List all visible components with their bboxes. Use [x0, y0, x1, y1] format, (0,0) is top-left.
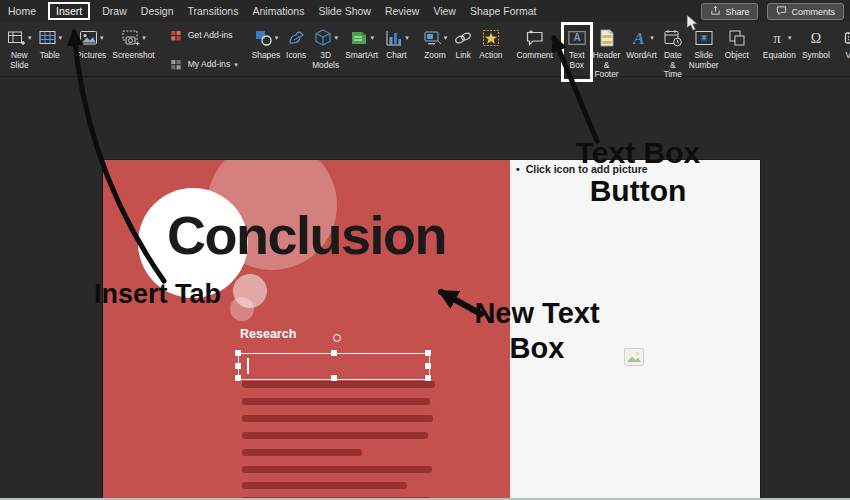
tab-slide-show[interactable]: Slide Show [318, 5, 371, 17]
ribbon-button-text-box[interactable]: AText Box [564, 24, 590, 71]
placeholder-text-line [242, 381, 435, 388]
ribbon-button-equation[interactable]: π▾Equation [760, 24, 799, 62]
chevron-down-icon: ▾ [275, 34, 279, 41]
chevron-down-icon: ▾ [788, 34, 792, 41]
header-footer-icon [597, 28, 617, 48]
3d-models-icon [313, 28, 333, 48]
placeholder-text-line [242, 466, 432, 473]
ribbon-button-label: Object [725, 51, 749, 61]
slide-canvas[interactable]: Conclusion Research [103, 160, 760, 500]
ribbon-button-my-add-ins[interactable]: My Add-ins▾ [169, 52, 238, 77]
ribbon-button-wordart[interactable]: A▾WordArt [623, 24, 660, 62]
ribbon-button-label: Video [845, 51, 850, 61]
tab-animations[interactable]: Animations [252, 5, 304, 17]
ribbon-button-video[interactable]: ▾Video [841, 24, 850, 62]
comments-button[interactable]: Comments [767, 3, 844, 20]
chevron-down-icon: ▾ [650, 34, 654, 41]
text-box-icon: A [567, 28, 587, 48]
ribbon-button-label: Zoom [424, 51, 445, 61]
ribbon-button-symbol[interactable]: ΩSymbol [799, 24, 833, 62]
ribbon-button-new-slide[interactable]: ▾New Slide [4, 24, 35, 71]
selection-handle[interactable] [235, 375, 241, 381]
slide-title[interactable]: Conclusion [167, 208, 446, 262]
new-slide-icon [7, 28, 27, 48]
ribbon-group: ▾Pictures▾Screenshot [72, 24, 159, 76]
ribbon-button-table[interactable]: ▾Table [35, 24, 66, 62]
placeholder-text-line [242, 432, 428, 439]
chevron-down-icon: ▾ [142, 34, 146, 41]
share-button[interactable]: Share [701, 3, 758, 20]
chevron-down-icon: ▾ [59, 34, 63, 41]
action-icon [481, 28, 501, 48]
ribbon-button-label: 3D Models [312, 51, 339, 70]
powerpoint-window: HomeInsertDrawDesignTransitionsAnimation… [0, 0, 850, 500]
tab-transitions[interactable]: Transitions [187, 5, 238, 17]
ribbon-button-pictures[interactable]: ▾Pictures [73, 24, 109, 62]
chevron-down-icon: ▾ [405, 34, 409, 41]
screenshot-icon [121, 28, 141, 48]
ribbon-button-link[interactable]: Link [450, 24, 476, 62]
svg-text:Ω: Ω [811, 31, 821, 46]
new-text-box[interactable] [238, 353, 430, 380]
hint-bullet: • [516, 163, 520, 175]
tab-home[interactable]: Home [8, 5, 36, 17]
selection-handle[interactable] [425, 350, 431, 356]
ribbon-tabs: HomeInsertDrawDesignTransitionsAnimation… [8, 2, 537, 20]
ribbon-button-label: SmartArt [345, 51, 378, 61]
ribbon-button-date-time[interactable]: Date & Time [660, 24, 686, 81]
ribbon-group: ▾Video▾Audio [840, 24, 850, 76]
picture-placeholder-icon[interactable] [624, 348, 644, 366]
tab-insert[interactable]: Insert [48, 2, 90, 20]
selection-handle[interactable] [425, 363, 431, 369]
ribbon-button-icons[interactable]: Icons [283, 24, 309, 62]
ribbon-button-chart[interactable]: ▾Chart [381, 24, 412, 62]
date-time-icon [663, 28, 683, 48]
chevron-down-icon: ▾ [444, 34, 448, 41]
symbol-icon: Ω [806, 28, 826, 48]
selection-handle[interactable] [235, 350, 241, 356]
ribbon-button-header-footer[interactable]: Header & Footer [590, 24, 623, 81]
ribbon-group: Get Add-insMy Add-ins▾ [165, 24, 242, 76]
tab-draw[interactable]: Draw [102, 5, 127, 17]
placeholder-text-line [242, 398, 430, 405]
ribbon-group: ▾ZoomLinkAction [419, 24, 507, 76]
object-icon [727, 28, 747, 48]
ribbon-button-label: Text Box [567, 51, 587, 70]
ribbon-button-screenshot[interactable]: ▾Screenshot [109, 24, 157, 62]
ribbon-group: Comment [512, 24, 556, 76]
tab-shape-format[interactable]: Shape Format [470, 5, 537, 17]
ribbon-button-label: New Slide [7, 51, 32, 70]
ribbon-button-label: Screenshot [112, 51, 154, 61]
ribbon-button-shapes[interactable]: ▾Shapes [249, 24, 283, 62]
pictures-icon [79, 28, 99, 48]
tab-review[interactable]: Review [385, 5, 419, 17]
ribbon-button-object[interactable]: Object [722, 24, 752, 62]
rotation-handle[interactable] [333, 334, 341, 342]
research-label[interactable]: Research [240, 327, 296, 341]
placeholder-text-line [242, 482, 407, 489]
share-label: Share [725, 7, 749, 17]
ribbon-group: ▾New Slide▾Table [3, 24, 66, 76]
selection-handle[interactable] [235, 363, 241, 369]
smartart-icon [349, 28, 369, 48]
ribbon-group: AText BoxHeader & FooterA▾WordArtDate & … [563, 24, 753, 76]
chevron-down-icon: ▾ [370, 34, 374, 41]
chevron-down-icon: ▾ [28, 34, 32, 41]
video-icon [844, 28, 850, 48]
ribbon-button-get-add-ins[interactable]: Get Add-ins [169, 23, 233, 48]
wordart-icon: A [629, 28, 649, 48]
ribbon-button-action[interactable]: Action [476, 24, 505, 62]
ribbon-button-label: WordArt [626, 51, 657, 61]
ribbon-button-3d-models[interactable]: ▾3D Models [309, 24, 342, 71]
ribbon-button-comment[interactable]: Comment [513, 24, 555, 62]
ribbon-button-label: Table [40, 51, 60, 61]
ribbon-button-zoom[interactable]: ▾Zoom [420, 24, 451, 62]
tab-design[interactable]: Design [141, 5, 174, 17]
annotation-new-text-box: New Text Box [463, 296, 611, 366]
my-addins-icon [169, 57, 184, 72]
ribbon-button-label: Icons [286, 51, 306, 61]
tab-view[interactable]: View [433, 5, 456, 17]
ribbon-button-smartart[interactable]: ▾SmartArt [342, 24, 381, 62]
selection-handle[interactable] [331, 350, 337, 356]
placeholder-text-line [242, 415, 433, 422]
